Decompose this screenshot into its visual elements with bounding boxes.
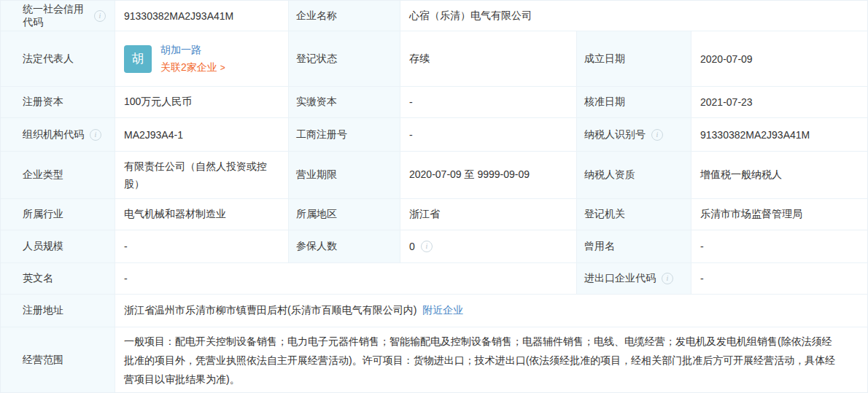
value-text: 0 — [409, 241, 415, 252]
label-text: 核准日期 — [584, 96, 625, 109]
field-industry-value: 电气机械和器材制造业 — [115, 199, 289, 230]
field-org-code-value: MA2J93A4-1 — [115, 118, 289, 152]
field-business-scope-value: 一般项目：配电开关控制设备销售；电力电子元器件销售；智能输配电及控制设备销售；电… — [115, 327, 867, 392]
field-biz-reg-no-value: - — [400, 118, 577, 152]
label-text: 登记状态 — [296, 52, 337, 66]
field-import-export-code-label: 进出口企业代码 i — [577, 263, 691, 295]
info-icon[interactable]: i — [421, 241, 433, 252]
field-insured-count-label: 参保人数 — [289, 230, 400, 263]
field-reg-address-value: 浙江省温州市乐清市柳市镇曹田后村(乐清市百顺电气有限公司内) 附近企业 — [115, 295, 867, 327]
field-staff-size-value: - — [115, 230, 289, 263]
field-biz-reg-no-label: 工商注册号 — [289, 118, 400, 152]
label-text: 参保人数 — [296, 240, 337, 253]
field-approval-date-value: 2021-07-23 — [691, 87, 867, 118]
value-text: - — [124, 241, 128, 252]
label-text: 人员规模 — [23, 240, 63, 253]
label-text: 企业名称 — [296, 9, 337, 23]
table-row: 人员规模 - 参保人数 0 i 曾用名 - — [1, 230, 867, 263]
table-row: 企业类型 有限责任公司（自然人投资或控股） 营业期限 2020-07-09 至 … — [1, 152, 867, 199]
field-business-scope-label: 经营范围 — [1, 327, 115, 392]
value-text: 增值税一般纳税人 — [700, 168, 782, 182]
value-text: 2020-07-09 至 9999-09-09 — [409, 168, 530, 182]
field-approval-date-label: 核准日期 — [577, 87, 691, 118]
field-establish-date-value: 2020-07-09 — [691, 31, 867, 87]
value-text: 有限责任公司（自然人投资或控股） — [124, 157, 279, 192]
field-credit-code-value: 91330382MA2J93A41M — [115, 1, 289, 31]
field-company-type-value: 有限责任公司（自然人投资或控股） — [115, 152, 289, 199]
value-text: 2021-07-23 — [700, 96, 753, 108]
value-text: 一般项目：配电开关控制设备销售；电力电子元器件销售；智能输配电及控制设备销售；电… — [124, 332, 859, 389]
value-text: 浙江省 — [409, 208, 440, 221]
label-text: 进出口企业代码 — [584, 272, 656, 285]
value-text: - — [700, 241, 704, 252]
table-row: 英文名 - 进出口企业代码 i - — [1, 263, 867, 295]
value-text: - — [409, 129, 413, 141]
field-legal-rep-label: 法定代表人 — [1, 31, 115, 87]
field-english-name-value: - — [115, 263, 577, 295]
field-reg-capital-value: 100万元人民币 — [115, 87, 289, 118]
label-text: 曾用名 — [584, 240, 615, 253]
info-icon[interactable]: i — [651, 129, 663, 141]
table-row: 法定代表人 胡 胡加一路 关联2家企业> 登记状态 存续 成立日期 2020-0… — [1, 31, 867, 87]
label-text: 实缴资本 — [296, 96, 337, 109]
label-text: 组织机构代码 — [23, 128, 84, 141]
label-text: 经营范围 — [23, 354, 63, 367]
value-text: 乐清市市场监督管理局 — [700, 208, 802, 221]
label-text: 英文名 — [23, 272, 53, 285]
field-former-name-label: 曾用名 — [577, 230, 691, 263]
field-industry-label: 所属行业 — [1, 199, 115, 230]
field-insured-count-value: 0 i — [400, 230, 577, 263]
value-text: MA2J93A4-1 — [124, 129, 183, 141]
table-row: 注册地址 浙江省温州市乐清市柳市镇曹田后村(乐清市百顺电气有限公司内) 附近企业 — [1, 295, 867, 327]
table-row: 经营范围 一般项目：配电开关控制设备销售；电力电子元器件销售；智能输配电及控制设… — [1, 327, 867, 392]
table-row: 所属行业 电气机械和器材制造业 所属地区 浙江省 登记机关 乐清市市场监督管理局 — [1, 199, 867, 230]
label-text: 企业类型 — [23, 168, 63, 182]
value-text: 存续 — [409, 52, 430, 66]
field-region-label: 所属地区 — [289, 199, 400, 230]
label-text: 所属地区 — [296, 208, 337, 221]
field-taxpayer-qualification-label: 纳税人资质 — [577, 152, 691, 199]
field-reg-capital-label: 注册资本 — [1, 87, 115, 118]
field-legal-rep-value: 胡 胡加一路 关联2家企业> — [115, 31, 289, 87]
field-paid-capital-label: 实缴资本 — [289, 87, 400, 118]
label-text: 登记机关 — [584, 208, 625, 221]
table-row: 组织机构代码 i MA2J93A4-1 工商注册号 - 纳税人识别号 i 913… — [1, 118, 867, 152]
legal-rep-name-link[interactable]: 胡加一路 — [160, 44, 225, 57]
field-company-name-value: 心宿（乐清）电气有限公司 — [400, 1, 867, 31]
value-text: 浙江省温州市乐清市柳市镇曹田后村(乐清市百顺电气有限公司内) — [124, 304, 416, 317]
label-text: 注册地址 — [23, 304, 63, 317]
related-companies-link[interactable]: 关联2家企业> — [160, 61, 225, 74]
field-region-value: 浙江省 — [400, 199, 577, 230]
nearby-companies-link[interactable]: 附近企业 — [422, 304, 463, 317]
label-text: 法定代表人 — [23, 52, 74, 66]
label-text: 统一社会信用代码 — [23, 3, 88, 29]
info-icon[interactable]: i — [94, 10, 106, 22]
legal-rep-links: 胡加一路 关联2家企业> — [160, 44, 225, 74]
related-companies-text: 关联2家企业 — [160, 61, 217, 73]
field-reg-address-label: 注册地址 — [1, 295, 115, 327]
chevron-right-icon: > — [220, 63, 225, 73]
legal-rep-avatar[interactable]: 胡 — [124, 45, 152, 73]
field-reg-authority-value: 乐清市市场监督管理局 — [691, 199, 867, 230]
value-text: - — [700, 273, 704, 284]
info-icon[interactable]: i — [662, 273, 673, 284]
field-company-type-label: 企业类型 — [1, 152, 115, 199]
value-text: - — [124, 273, 128, 284]
field-import-export-code-value: - — [691, 263, 867, 295]
label-text: 纳税人资质 — [584, 168, 635, 182]
value-text: 91330382MA2J93A41M — [124, 10, 233, 22]
field-taxpayer-id-label: 纳税人识别号 i — [577, 118, 691, 152]
field-biz-term-value: 2020-07-09 至 9999-09-09 — [400, 152, 577, 199]
info-icon[interactable]: i — [90, 129, 101, 141]
field-reg-status-value: 存续 — [400, 31, 577, 87]
label-text: 成立日期 — [584, 52, 625, 66]
value-text: - — [409, 96, 413, 108]
field-paid-capital-value: - — [400, 87, 577, 118]
label-text: 注册资本 — [23, 96, 63, 109]
label-text: 工商注册号 — [296, 128, 347, 141]
field-staff-size-label: 人员规模 — [1, 230, 115, 263]
table-row: 统一社会信用代码 i 91330382MA2J93A41M 企业名称 心宿（乐清… — [1, 1, 867, 31]
field-establish-date-label: 成立日期 — [577, 31, 691, 87]
field-biz-term-label: 营业期限 — [289, 152, 400, 199]
field-former-name-value: - — [691, 230, 867, 263]
